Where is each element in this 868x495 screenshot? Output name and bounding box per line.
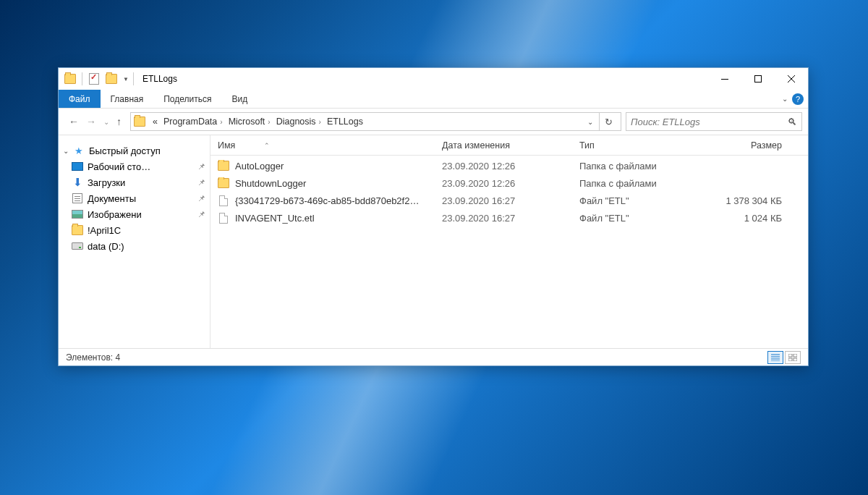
sidebar-item-label: !April1C bbox=[88, 225, 121, 236]
qat-folder-icon bbox=[63, 72, 77, 86]
pin-icon: 📌︎ bbox=[197, 194, 205, 203]
forward-button[interactable]: → bbox=[86, 116, 96, 127]
addr-dropdown-icon[interactable]: ⌄ bbox=[587, 118, 593, 126]
qat-newfolder-icon[interactable] bbox=[104, 72, 119, 86]
pin-icon: 📌︎ bbox=[197, 162, 205, 171]
file-name: ShutdownLogger bbox=[235, 178, 306, 189]
pin-icon: 📌︎ bbox=[197, 210, 205, 219]
file-date: 23.09.2020 16:27 bbox=[435, 195, 572, 206]
sidebar-item-pictures[interactable]: Изображени 📌︎ bbox=[59, 206, 210, 222]
file-type: Папка с файлами bbox=[572, 178, 695, 189]
sidebar-item-drive[interactable]: data (D:) bbox=[59, 238, 210, 254]
folder-icon bbox=[218, 177, 229, 189]
file-date: 23.09.2020 16:27 bbox=[435, 213, 572, 224]
drive-icon bbox=[72, 240, 83, 252]
search-icon[interactable]: 🔍︎ bbox=[788, 117, 797, 127]
svg-rect-4 bbox=[788, 358, 792, 361]
search-box[interactable]: 🔍︎ bbox=[626, 112, 802, 131]
sidebar-item-label: Рабочий сто… bbox=[88, 161, 150, 172]
qat-properties-icon[interactable] bbox=[87, 72, 101, 86]
chevron-down-icon[interactable]: ⌄ bbox=[63, 147, 69, 155]
svg-rect-3 bbox=[793, 354, 797, 357]
file-name: {33041729-b673-469c-ab85-bdd870eb2f2… bbox=[235, 195, 419, 206]
file-type: Файл "ETL" bbox=[572, 195, 695, 206]
tab-file[interactable]: Файл bbox=[59, 90, 101, 108]
refresh-button[interactable]: ↻ bbox=[599, 113, 618, 130]
breadcrumb-item: ETLLogs bbox=[324, 117, 366, 127]
pictures-icon bbox=[72, 208, 83, 220]
thumbnails-view-button[interactable] bbox=[785, 351, 801, 364]
ribbon: Файл Главная Поделиться Вид ⌄ ? bbox=[59, 90, 808, 109]
file-name: AutoLogger bbox=[235, 161, 284, 172]
up-button[interactable]: ↑ bbox=[116, 116, 122, 127]
file-type: Файл "ETL" bbox=[572, 213, 695, 224]
file-size: 1 024 КБ bbox=[695, 213, 789, 224]
breadcrumb-item: Microsoft› bbox=[226, 117, 273, 127]
separator bbox=[82, 72, 82, 85]
tab-home[interactable]: Главная bbox=[101, 90, 154, 108]
search-input[interactable] bbox=[631, 117, 788, 127]
tab-view[interactable]: Вид bbox=[221, 90, 258, 108]
sidebar-quick-access[interactable]: ⌄ ★ Быстрый доступ bbox=[59, 143, 210, 158]
file-date: 23.09.2020 12:26 bbox=[435, 178, 572, 189]
list-item[interactable]: ShutdownLogger 23.09.2020 12:26 Папка с … bbox=[210, 174, 808, 192]
col-header-size[interactable]: Размер bbox=[695, 140, 789, 151]
navigation-pane: ⌄ ★ Быстрый доступ Рабочий сто… 📌︎ ⬇ Заг… bbox=[59, 135, 210, 348]
chevron-right-icon[interactable]: › bbox=[319, 118, 321, 126]
separator bbox=[133, 72, 134, 85]
explorer-window: ▼ ETLLogs Файл Главная Поделиться Вид ⌄ … bbox=[58, 67, 809, 366]
file-name: INVAGENT_Utc.etl bbox=[235, 213, 315, 224]
svg-rect-0 bbox=[721, 79, 728, 80]
folder-icon bbox=[218, 160, 229, 172]
titlebar[interactable]: ▼ ETLLogs bbox=[59, 68, 808, 90]
sidebar-item-documents[interactable]: Документы 📌︎ bbox=[59, 190, 210, 206]
file-size: 1 378 304 КБ bbox=[695, 195, 789, 206]
sidebar-item-desktop[interactable]: Рабочий сто… 📌︎ bbox=[59, 158, 210, 174]
status-bar: Элементов: 4 bbox=[59, 348, 808, 365]
column-headers: Имя⌃ Дата изменения Тип Размер bbox=[210, 135, 808, 156]
minimize-button[interactable] bbox=[708, 68, 741, 90]
qat-customize-icon[interactable]: ▼ bbox=[123, 76, 129, 82]
file-list: AutoLogger 23.09.2020 12:26 Папка с файл… bbox=[210, 156, 808, 348]
file-icon bbox=[218, 195, 229, 206]
chevron-right-icon[interactable]: › bbox=[268, 118, 270, 126]
file-date: 23.09.2020 12:26 bbox=[435, 161, 572, 172]
list-item[interactable]: {33041729-b673-469c-ab85-bdd870eb2f2… 23… bbox=[210, 192, 808, 209]
col-header-type[interactable]: Тип bbox=[572, 140, 695, 151]
sidebar-label: Быстрый доступ bbox=[89, 145, 161, 156]
col-header-date[interactable]: Дата изменения bbox=[435, 140, 572, 151]
chevron-right-icon[interactable]: › bbox=[220, 118, 222, 126]
details-view-button[interactable] bbox=[767, 351, 783, 364]
folder-icon bbox=[72, 224, 83, 236]
list-item[interactable]: AutoLogger 23.09.2020 12:26 Папка с файл… bbox=[210, 157, 808, 174]
desktop-icon bbox=[72, 161, 83, 172]
file-list-pane: Имя⌃ Дата изменения Тип Размер AutoLogge… bbox=[210, 135, 808, 348]
file-icon bbox=[218, 212, 229, 224]
maximize-button[interactable] bbox=[741, 68, 775, 90]
sidebar-item-label: Загрузки bbox=[88, 177, 125, 188]
item-count: Элементов: 4 bbox=[66, 352, 120, 363]
recent-dropdown-icon[interactable]: ⌄ bbox=[103, 118, 109, 126]
svg-rect-2 bbox=[788, 354, 792, 357]
breadcrumb-prefix: « bbox=[150, 117, 161, 127]
list-item[interactable]: INVAGENT_Utc.etl 23.09.2020 16:27 Файл "… bbox=[210, 209, 808, 227]
help-icon[interactable]: ? bbox=[792, 93, 804, 105]
file-type: Папка с файлами bbox=[572, 161, 695, 172]
addr-folder-icon bbox=[134, 117, 145, 127]
address-bar[interactable]: « ProgramData› Microsoft› Diagnosis› ETL… bbox=[130, 112, 621, 131]
sidebar-item-downloads[interactable]: ⬇ Загрузки 📌︎ bbox=[59, 174, 210, 190]
close-button[interactable] bbox=[775, 68, 808, 90]
downloads-icon: ⬇ bbox=[72, 177, 83, 188]
breadcrumb-item: ProgramData› bbox=[161, 117, 226, 127]
back-button[interactable]: ← bbox=[69, 116, 79, 127]
navigation-bar: ← → ⌄ ↑ « ProgramData› Microsoft› Diagno… bbox=[59, 109, 808, 135]
sidebar-item-folder[interactable]: !April1C bbox=[59, 222, 210, 238]
window-title: ETLLogs bbox=[138, 74, 177, 84]
sidebar-item-label: Документы bbox=[88, 193, 136, 204]
tab-share[interactable]: Поделиться bbox=[153, 90, 221, 108]
col-header-name[interactable]: Имя⌃ bbox=[210, 140, 435, 151]
ribbon-expand-icon[interactable]: ⌄ bbox=[782, 95, 788, 103]
svg-rect-5 bbox=[793, 358, 797, 361]
pin-icon: 📌︎ bbox=[197, 178, 205, 187]
sidebar-item-label: data (D:) bbox=[88, 241, 124, 252]
